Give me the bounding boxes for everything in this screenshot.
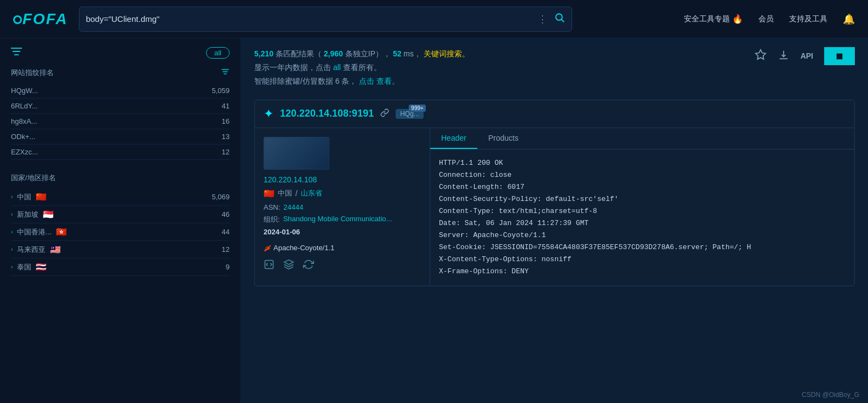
card-ip-address[interactable]: 120.220.14.108:9191 xyxy=(280,108,374,119)
result-card: ✦ 120.220.14.108:9191 999+ HQg... xyxy=(254,100,855,286)
ip-text[interactable]: 120.220.14.108 xyxy=(264,175,421,184)
filter-all-button[interactable]: all xyxy=(206,47,230,59)
list-item[interactable]: › 新加坡 🇸🇬 46 xyxy=(11,206,230,223)
watermark: CSDN @OidBoy_G xyxy=(802,391,859,399)
api-label[interactable]: API xyxy=(801,51,813,60)
bell-icon[interactable]: 🔔 xyxy=(843,13,855,25)
server-tag: 🌶 Apache-Coyote/1.1 xyxy=(264,244,334,252)
tab-header[interactable]: Header xyxy=(430,128,477,149)
nav-support[interactable]: 支持及工具 xyxy=(789,14,827,24)
fingerprint-section-title: 网站指纹排名 xyxy=(11,67,230,78)
results-info: 5,210 条匹配结果（ 2,960 条独立IP）， 52 ms， 关键词搜索。… xyxy=(254,47,470,89)
sidebar-header: all xyxy=(11,47,230,59)
location: 🇨🇳 中国 / 山东省 xyxy=(264,188,421,199)
content-area: 5,210 条匹配结果（ 2,960 条独立IP）， 52 ms， 关键词搜索。… xyxy=(241,38,868,403)
list-item[interactable]: › 中国 🇨🇳 5,069 xyxy=(11,188,230,206)
total-count: 5,210 xyxy=(254,49,273,58)
date-row: 2024-01-06 xyxy=(264,228,421,236)
thailand-flag: 🇹🇭 xyxy=(36,262,47,272)
header-content: HTTP/1.1 200 OK Connection: close Conten… xyxy=(430,149,854,286)
search-input[interactable] xyxy=(86,14,538,24)
fingerprint-badge[interactable]: 999+ HQg... xyxy=(396,109,424,119)
card-right-panel: Header Products HTTP/1.1 200 OK Connecti… xyxy=(430,128,854,286)
china-flag: 🇨🇳 xyxy=(36,192,47,202)
logo-text: FOFA xyxy=(13,10,68,28)
star-icon[interactable] xyxy=(755,49,767,64)
link-icon[interactable] xyxy=(380,108,389,119)
asn-row: ASN: 24444 xyxy=(264,203,421,211)
search-button[interactable] xyxy=(554,12,565,26)
chevron-right-icon: › xyxy=(11,229,13,235)
org-row: 组织: Shandong Mobile Communicatio... xyxy=(264,215,421,224)
view-honeypot-link[interactable]: 点击 查看。 xyxy=(359,77,399,85)
all-link[interactable]: all xyxy=(333,63,341,72)
export-button[interactable] xyxy=(824,47,855,65)
country-flag: 🇨🇳 xyxy=(264,188,275,199)
singapore-flag: 🇸🇬 xyxy=(43,209,54,220)
badge-count: 999+ xyxy=(409,105,426,112)
svg-line-1 xyxy=(561,20,564,22)
results-header: 5,210 条匹配结果（ 2,960 条独立IP）， 52 ms， 关键词搜索。… xyxy=(241,38,868,93)
list-item[interactable]: HQgW... 5,059 xyxy=(11,83,230,99)
org-value[interactable]: Shandong Mobile Communicatio... xyxy=(283,215,392,223)
search-bar: ⋮ xyxy=(79,7,572,32)
unique-ip-count: 2,960 xyxy=(324,49,343,58)
region-link[interactable]: 山东省 xyxy=(301,188,322,198)
chevron-right-icon: › xyxy=(11,246,13,252)
server-flame-icon: 🌶 xyxy=(264,244,271,252)
nav-security-tools[interactable]: 安全工具专题 🔥 xyxy=(684,14,743,24)
cube-icon[interactable] xyxy=(283,259,294,273)
header: FOFA ⋮ 安全工具专题 🔥 会员 支持及工具 🔔 xyxy=(0,0,868,38)
filter-icon[interactable] xyxy=(11,47,22,59)
chevron-right-icon: › xyxy=(11,264,13,270)
fingerprint-list: HQgW... 5,059 6RLdY... 41 hg8xA... 16 OD… xyxy=(11,83,230,160)
country-list: › 中国 🇨🇳 5,069 › 新加坡 🇸🇬 46 › 中国香港... xyxy=(11,188,230,276)
tabs: Header Products xyxy=(430,128,854,149)
svg-point-0 xyxy=(556,14,562,20)
chevron-right-icon: › xyxy=(11,194,13,200)
refresh-icon[interactable] xyxy=(303,259,314,273)
card-body: 120.220.14.108 🇨🇳 中国 / 山东省 ASN: 24444 组织… xyxy=(255,128,854,286)
card-actions xyxy=(264,259,421,273)
country-name: 中国 xyxy=(278,188,292,198)
list-item[interactable]: 6RLdY... 41 xyxy=(11,99,230,114)
nav-membership[interactable]: 会员 xyxy=(758,14,774,24)
fire-icon: 🔥 xyxy=(732,14,743,24)
code-icon[interactable] xyxy=(264,259,275,273)
results-actions: API xyxy=(755,47,855,65)
asn-value[interactable]: 24444 xyxy=(283,203,303,211)
malaysia-flag: 🇲🇾 xyxy=(50,244,61,255)
list-item[interactable]: › 中国香港... 🇭🇰 44 xyxy=(11,223,230,241)
fingerprint-filter-icon[interactable] xyxy=(221,67,230,78)
card-left-panel: 120.220.14.108 🇨🇳 中国 / 山东省 ASN: 24444 组织… xyxy=(255,128,430,286)
download-icon[interactable] xyxy=(778,49,790,64)
list-item[interactable]: ODk+... 13 xyxy=(11,129,230,145)
more-options-icon[interactable]: ⋮ xyxy=(538,13,547,25)
screenshot-preview xyxy=(264,137,329,170)
logo: FOFA xyxy=(13,10,68,28)
country-section-title: 国家/地区排名 xyxy=(11,173,230,183)
date-value: 2024-01-06 xyxy=(264,228,300,236)
keyword-search-link[interactable]: 关键词搜索。 xyxy=(424,49,470,58)
card-expand-icon[interactable]: ✦ xyxy=(264,107,273,121)
list-item[interactable]: hg8xA... 16 xyxy=(11,114,230,129)
list-item[interactable]: › 泰国 🇹🇭 9 xyxy=(11,258,230,276)
chevron-right-icon: › xyxy=(11,211,13,217)
list-item[interactable]: EZXzc... 12 xyxy=(11,145,230,160)
tab-products[interactable]: Products xyxy=(477,128,529,149)
list-item[interactable]: › 马来西亚 🇲🇾 12 xyxy=(11,241,230,258)
svg-marker-5 xyxy=(755,50,765,59)
main-layout: all 网站指纹排名 HQgW... 5,059 6RLdY... 41 hg8… xyxy=(0,38,868,403)
server-name: Apache-Coyote/1.1 xyxy=(273,244,334,252)
sidebar: all 网站指纹排名 HQgW... 5,059 6RLdY... 41 hg8… xyxy=(0,38,241,403)
card-header: ✦ 120.220.14.108:9191 999+ HQg... xyxy=(255,100,854,128)
header-nav: 安全工具专题 🔥 会员 支持及工具 🔔 xyxy=(684,13,855,25)
hk-flag: 🇭🇰 xyxy=(56,227,67,237)
